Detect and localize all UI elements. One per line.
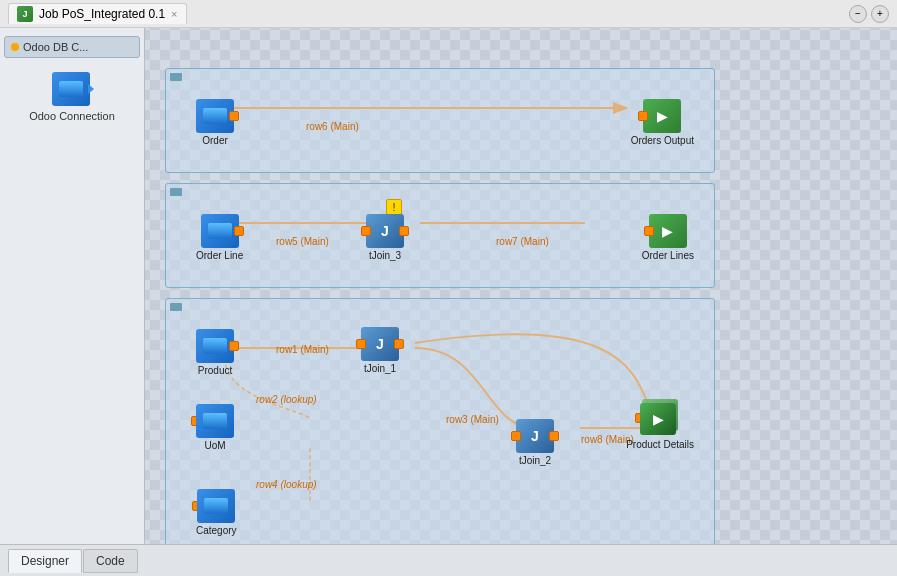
odoo-connection-component[interactable]: Odoo Connection: [4, 66, 140, 128]
tjoin3-node[interactable]: tJoin_3: [366, 214, 404, 261]
orders-output-icon: [643, 99, 681, 133]
flow-label-row2: row2 (lookup): [256, 394, 317, 405]
product-details-node[interactable]: Product Details: [626, 399, 694, 450]
tjoin1-label: tJoin_1: [364, 363, 396, 374]
product-output-port[interactable]: [229, 341, 239, 351]
tab-title: Job PoS_Integrated 0.1: [39, 7, 165, 21]
odoo-connection-label: Odoo Connection: [29, 110, 115, 122]
db-arrow-icon: [88, 84, 94, 94]
titlebar: J Job PoS_Integrated 0.1 × − +: [0, 0, 897, 28]
flow-label-row7: row7 (Main): [496, 236, 549, 247]
orderlines-label: Order Lines: [642, 250, 694, 261]
orderline-node-label: Order Line: [196, 250, 243, 261]
orders-output-node[interactable]: Orders Output: [631, 99, 694, 146]
flow-label-row5: row5 (Main): [276, 236, 329, 247]
tjoin1-node[interactable]: tJoin_1: [361, 327, 399, 374]
tab-code[interactable]: Code: [83, 549, 138, 573]
order-node-label: Order: [202, 135, 228, 146]
flow-label-row4: row4 (lookup): [256, 479, 317, 490]
tab-close-button[interactable]: ×: [171, 8, 177, 20]
connection-indicator: [11, 43, 19, 51]
product-details-icon-front: [640, 403, 676, 435]
product-details-label: Product Details: [626, 439, 694, 450]
panel-orderline-minimize[interactable]: [170, 188, 182, 196]
panel-order-minimize[interactable]: [170, 73, 182, 81]
connection-label: Odoo DB C...: [23, 41, 88, 53]
minimize-button[interactable]: −: [849, 5, 867, 23]
orderline-node[interactable]: Order Line: [196, 214, 243, 261]
tjoin2-node[interactable]: tJoin_2: [516, 419, 554, 466]
category-db-icon: [197, 489, 235, 523]
tjoin1-input-port[interactable]: [356, 339, 366, 349]
uom-node[interactable]: UoM: [196, 404, 234, 451]
flow-label-row6: row6 (Main): [306, 121, 359, 132]
category-label: Category: [196, 525, 237, 536]
uom-label: UoM: [204, 440, 225, 451]
maximize-button[interactable]: +: [871, 5, 889, 23]
uom-db-icon: [196, 404, 234, 438]
job-icon: J: [17, 6, 33, 22]
tjoin2-label: tJoin_2: [519, 455, 551, 466]
tjoin2-output-port[interactable]: [549, 431, 559, 441]
orders-output-label: Orders Output: [631, 135, 694, 146]
statusbar: Designer Code: [0, 544, 897, 576]
orderline-output-port[interactable]: [234, 226, 244, 236]
db-source-icon: [52, 72, 90, 106]
panel-orderline: ! Order Line row5 (Main) tJoin_3 row7 (M…: [165, 183, 715, 288]
order-output-port[interactable]: [229, 111, 239, 121]
product-node-label: Product: [198, 365, 232, 376]
tjoin3-label: tJoin_3: [369, 250, 401, 261]
flow-label-row3: row3 (Main): [446, 414, 499, 425]
orderlines-output-node[interactable]: Order Lines: [642, 214, 694, 261]
tjoin1-output-port[interactable]: [394, 339, 404, 349]
orderlines-input-port[interactable]: [644, 226, 654, 236]
panel-product-minimize[interactable]: [170, 303, 182, 311]
panel-order: Order row6 (Main) Orders Output: [165, 68, 715, 173]
order-node[interactable]: Order: [196, 99, 234, 146]
tjoin3-input-port[interactable]: [361, 226, 371, 236]
window-controls: − +: [849, 5, 889, 23]
product-node[interactable]: Product: [196, 329, 234, 376]
orderlines-output-icon: [649, 214, 687, 248]
sidebar-connection[interactable]: Odoo DB C...: [4, 36, 140, 58]
odoo-db-icon: [52, 72, 92, 108]
main-canvas: Order row6 (Main) Orders Output ! Order …: [145, 28, 897, 544]
tab-job[interactable]: J Job PoS_Integrated 0.1 ×: [8, 3, 187, 24]
warning-icon: !: [386, 199, 402, 215]
tjoin2-input-port[interactable]: [511, 431, 521, 441]
sidebar: Odoo DB C... Odoo Connection: [0, 28, 145, 544]
category-node[interactable]: Category: [196, 489, 237, 536]
flow-label-row1: row1 (Main): [276, 344, 329, 355]
tjoin3-output-port[interactable]: [399, 226, 409, 236]
tab-designer[interactable]: Designer: [8, 549, 82, 573]
panel-product: Product row1 (Main) tJoin_1 row2 (lookup…: [165, 298, 715, 544]
orders-output-input-port[interactable]: [638, 111, 648, 121]
